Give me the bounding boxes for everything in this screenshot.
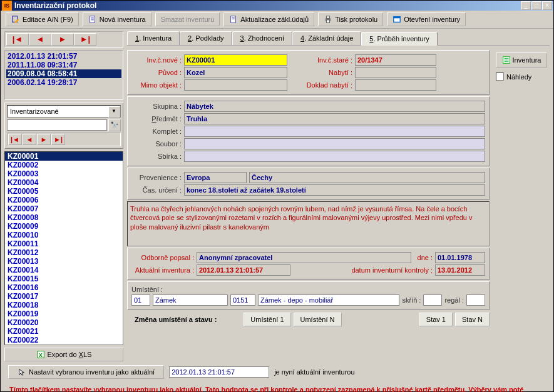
list-item[interactable]: KZ00019 <box>5 309 123 318</box>
list-item[interactable]: KZ00009 <box>5 222 123 231</box>
field-doklad[interactable] <box>355 79 436 91</box>
list-item[interactable]: KZ00005 <box>5 187 123 196</box>
open-label: Otevření inventury <box>404 16 460 23</box>
field-komplet[interactable] <box>184 126 485 137</box>
svg-rect-1 <box>90 16 95 23</box>
field-skupina[interactable]: Nábytek <box>184 101 485 112</box>
nav-next[interactable]: ► <box>51 33 74 46</box>
list-item[interactable]: KZ00018 <box>5 301 123 309</box>
list-item[interactable]: KZ00012 <box>5 248 123 257</box>
list-item[interactable]: KZ00013 <box>5 257 123 266</box>
tab-prubeh[interactable]: 5. Průběh inventury <box>361 32 437 46</box>
list-item[interactable]: KZ00001 <box>5 152 123 161</box>
field-prov2[interactable]: Čechy <box>249 172 485 183</box>
list-item[interactable]: KZ00015 <box>5 274 123 283</box>
field-prov1[interactable]: Evropa <box>184 172 247 183</box>
set-current-button[interactable]: Nastavit vybranou inventuru jako aktuáln… <box>8 365 164 379</box>
field-predmet[interactable]: Truhla <box>184 113 485 124</box>
list-item[interactable]: KZ00011 <box>5 239 123 248</box>
label-mimo: Mimo objekt : <box>131 81 182 89</box>
list-item[interactable]: KZ00010 <box>5 231 123 239</box>
export-xls-button[interactable]: X Export do XLS <box>4 348 123 361</box>
close-button[interactable]: × <box>542 1 552 10</box>
delete-inventory-button[interactable]: Smazat inventuru <box>155 13 220 26</box>
app-icon: IS <box>2 1 12 11</box>
field-loc1[interactable]: 01 <box>131 294 150 306</box>
field-dne[interactable]: 01.01.1978 <box>435 252 485 263</box>
document-icon <box>88 15 97 24</box>
field-loc2[interactable]: Zámek <box>153 294 228 306</box>
date-item[interactable]: 2012.01.13 21:01:57 <box>6 52 121 61</box>
nav-prev[interactable]: ◄ <box>29 33 51 46</box>
side-panel: Inventura Náhledy <box>493 50 550 361</box>
list-item[interactable]: KZ00022 <box>5 336 123 344</box>
item-first[interactable]: |◄ <box>8 134 22 145</box>
nav-last[interactable]: ►| <box>74 33 96 46</box>
edit-button[interactable]: Editace A/N (F9) <box>6 13 79 26</box>
field-regal[interactable] <box>466 294 485 306</box>
list-item[interactable]: KZ00002 <box>5 161 123 169</box>
umisteniN-button[interactable]: Umístění N <box>294 313 342 326</box>
edit-icon <box>11 15 20 24</box>
search-button[interactable]: 🔭 <box>108 119 121 131</box>
date-item[interactable]: 2006.02.14 19:28:17 <box>6 78 121 87</box>
nahled-checkbox[interactable]: Náhledy <box>496 73 547 81</box>
field-mimo[interactable] <box>184 79 287 91</box>
list-item[interactable]: KZ00008 <box>5 213 123 222</box>
new-inventory-button[interactable]: Nová inventura <box>83 13 151 26</box>
item-prev[interactable]: ◄ <box>23 134 36 145</box>
list-item[interactable]: KZ00017 <box>5 292 123 301</box>
list-item[interactable]: KZ00016 <box>5 283 123 292</box>
field-inv-nove[interactable]: KZ00001 <box>184 54 287 66</box>
update-label: Aktualizace zákl.údajů <box>240 16 309 23</box>
stav1-button[interactable]: Stav 1 <box>419 313 453 326</box>
tab-inventura[interactable]: 1. Inventura <box>127 31 180 45</box>
stavN-button[interactable]: Stav N <box>455 313 490 326</box>
item-last[interactable]: ►| <box>51 134 65 145</box>
maximize-button[interactable]: □ <box>531 1 541 10</box>
field-nabyti[interactable] <box>355 67 436 78</box>
list-item[interactable]: KZ00006 <box>5 196 123 204</box>
tab-zakladni[interactable]: 4. Základní údaje <box>292 31 361 45</box>
date-list[interactable]: 2012.01.13 21:01:572011.11.08 09:31:4720… <box>4 50 123 100</box>
label-dne: dne : <box>414 254 433 261</box>
list-item[interactable]: KZ00014 <box>5 266 123 274</box>
date-item[interactable]: 2009.08.04 08:58:41 <box>6 69 121 78</box>
tab-zhodnoceni[interactable]: 3. Zhodnocení <box>232 31 292 45</box>
umisteni1-button[interactable]: Umístění 1 <box>244 313 290 326</box>
field-skrin[interactable] <box>423 294 442 306</box>
svg-rect-10 <box>327 20 330 23</box>
list-item[interactable]: KZ00004 <box>5 178 123 187</box>
inventura-button[interactable]: Inventura <box>496 53 547 68</box>
field-puvod[interactable]: Kozel <box>184 67 287 78</box>
field-sbirka[interactable] <box>184 151 485 162</box>
field-soubor[interactable] <box>184 138 485 149</box>
svg-rect-12 <box>394 17 401 19</box>
open-inventory-button[interactable]: Otevření inventury <box>387 13 466 26</box>
field-loc3[interactable]: 0151 <box>230 294 255 306</box>
item-nav: |◄ ◄ ► ►| <box>7 133 121 146</box>
search-input[interactable] <box>7 119 107 131</box>
date-item[interactable]: 2011.11.08 09:31:47 <box>6 61 121 69</box>
list-item[interactable]: KZ00021 <box>5 327 123 336</box>
item-list[interactable]: KZ00001KZ00002KZ00003KZ00004KZ00005KZ000… <box>4 151 123 345</box>
field-datum-kontroly[interactable]: 13.01.2012 <box>435 264 485 276</box>
nav-first[interactable]: |◄ <box>6 33 29 46</box>
item-next[interactable]: ► <box>37 134 51 145</box>
print-button[interactable]: Tisk protokolu <box>318 13 383 26</box>
field-odborne[interactable]: Anonymní zpracovatel <box>197 252 411 263</box>
list-item[interactable]: KZ00003 <box>5 169 123 178</box>
tab-podklady[interactable]: 2. Podklady <box>180 31 232 45</box>
description-box[interactable]: Truhla na čtyřech jehlanových nohách spo… <box>127 201 490 246</box>
field-loc4[interactable]: Zámek - depo - mobiliář <box>258 294 399 306</box>
update-button[interactable]: Aktualizace zákl.údajů <box>223 13 314 26</box>
svg-rect-9 <box>327 16 330 19</box>
field-cas[interactable]: konec 18.století až začátek 19.století <box>184 184 485 196</box>
list-item[interactable]: KZ00007 <box>5 204 123 213</box>
label-datum-kontroly: datum inventurní kontroly : <box>293 266 433 274</box>
field-aktualni[interactable]: 2012.01.13 21:01:57 <box>197 264 290 276</box>
filter-combo[interactable]: Inventarizované <box>7 105 121 118</box>
field-inv-stare[interactable]: 20/1347 <box>355 54 436 66</box>
list-item[interactable]: KZ00020 <box>5 318 123 327</box>
minimize-button[interactable]: _ <box>521 1 531 10</box>
